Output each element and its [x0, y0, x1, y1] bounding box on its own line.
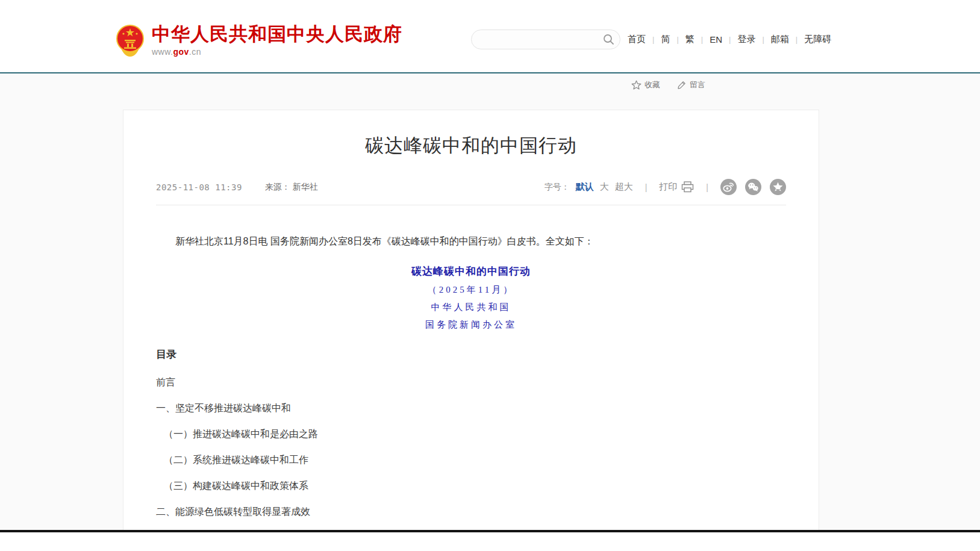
comment-label: 留言 [690, 79, 705, 90]
nav-separator: | [652, 35, 654, 44]
printer-icon [681, 181, 694, 193]
nav-separator: | [762, 35, 764, 44]
nav-login[interactable]: 登录 [736, 34, 757, 45]
toc-item: （二）系统推进碳达峰碳中和工作 [156, 455, 786, 465]
toc-item: （一）推进碳达峰碳中和是必由之路 [156, 429, 786, 439]
wechat-icon[interactable] [745, 179, 761, 195]
toc-list: 前言一、坚定不移推进碳达峰碳中和（一）推进碳达峰碳中和是必由之路（二）系统推进碳… [156, 377, 786, 530]
share-buttons [720, 179, 786, 195]
qzone-icon[interactable] [770, 179, 786, 195]
meta-separator: | [706, 182, 708, 192]
toc-item: 前言 [156, 377, 786, 387]
article-title: 碳达峰碳中和的中国行动 [123, 133, 819, 158]
meta-separator: | [645, 182, 648, 192]
font-size-label: 字号： [545, 182, 570, 193]
print-label: 打印 [659, 181, 677, 193]
site-header: 中华人民共和国中央人民政府 www.gov.cn 首页 | 简 | 繁 | EN… [0, 0, 980, 72]
font-size-default[interactable]: 默认 [576, 181, 594, 193]
search-button[interactable] [599, 31, 617, 49]
document-org-line2: 国务院新闻办公室 [123, 319, 819, 331]
document-date: （2025年11月） [123, 284, 819, 296]
nav-simplified[interactable]: 简 [660, 34, 671, 45]
source: 来源： 新华社 [265, 182, 318, 193]
site-url-www: www. [152, 47, 173, 57]
print-button[interactable]: 打印 [659, 181, 694, 193]
nav-separator: | [796, 35, 797, 44]
viewport-bottom-edge [0, 530, 980, 532]
source-label: 来源： [265, 182, 290, 191]
nav-separator: | [701, 35, 703, 44]
nav-accessibility[interactable]: 无障碍 [803, 34, 832, 45]
nav-mail[interactable]: 邮箱 [770, 34, 790, 45]
site-url-cn: .cn [189, 47, 201, 57]
source-name: 新华社 [293, 182, 318, 191]
nav-separator: | [676, 35, 678, 44]
nav-home[interactable]: 首页 [626, 34, 647, 45]
document-org-line1: 中华人民共和国 [123, 301, 819, 313]
article-meta: 2025-11-08 11:39 来源： 新华社 字号： 默认 大 超大 | 打… [156, 179, 786, 205]
search-box [471, 30, 620, 49]
favorite-label: 收藏 [644, 79, 660, 90]
nav-separator: | [729, 35, 731, 44]
toc-heading: 目录 [156, 347, 786, 361]
document-title: 碳达峰碳中和的中国行动 [123, 264, 819, 278]
pencil-icon [677, 80, 687, 90]
toc-item: 二、能源绿色低碳转型取得显著成效 [156, 506, 786, 517]
comment-button[interactable]: 留言 [677, 79, 705, 90]
nav-traditional[interactable]: 繁 [684, 34, 696, 45]
font-size-xlarge[interactable]: 超大 [615, 181, 633, 193]
star-icon [631, 80, 641, 90]
toc-item: （三）构建碳达峰碳中和政策体系 [156, 481, 786, 491]
search-icon [603, 34, 614, 45]
page-actions: 收藏 留言 [631, 79, 705, 90]
national-emblem-icon [116, 24, 145, 57]
top-nav: 首页 | 简 | 繁 | EN | 登录 | 邮箱 | 无障碍 [626, 34, 832, 45]
weibo-icon[interactable] [720, 179, 737, 195]
toc-item: 一、坚定不移推进碳达峰碳中和 [156, 403, 786, 413]
site-url-gov: gov [173, 47, 189, 57]
lead-paragraph: 新华社北京11月8日电 国务院新闻办公室8日发布《碳达峰碳中和的中国行动》白皮书… [156, 234, 786, 249]
site-brand[interactable]: 中华人民共和国中央人民政府 www.gov.cn [116, 24, 402, 57]
favorite-button[interactable]: 收藏 [631, 79, 660, 90]
site-url: www.gov.cn [152, 47, 402, 57]
search-input[interactable] [472, 35, 599, 45]
meta-left: 2025-11-08 11:39 来源： 新华社 [156, 182, 318, 193]
article-panel: 碳达峰碳中和的中国行动 2025-11-08 11:39 来源： 新华社 字号：… [123, 110, 819, 530]
meta-right: 字号： 默认 大 超大 | 打印 | [545, 179, 786, 195]
publish-date: 2025-11-08 11:39 [156, 182, 242, 192]
nav-english[interactable]: EN [708, 34, 723, 45]
site-title: 中华人民共和国中央人民政府 [152, 24, 402, 45]
font-size-large[interactable]: 大 [600, 181, 609, 193]
